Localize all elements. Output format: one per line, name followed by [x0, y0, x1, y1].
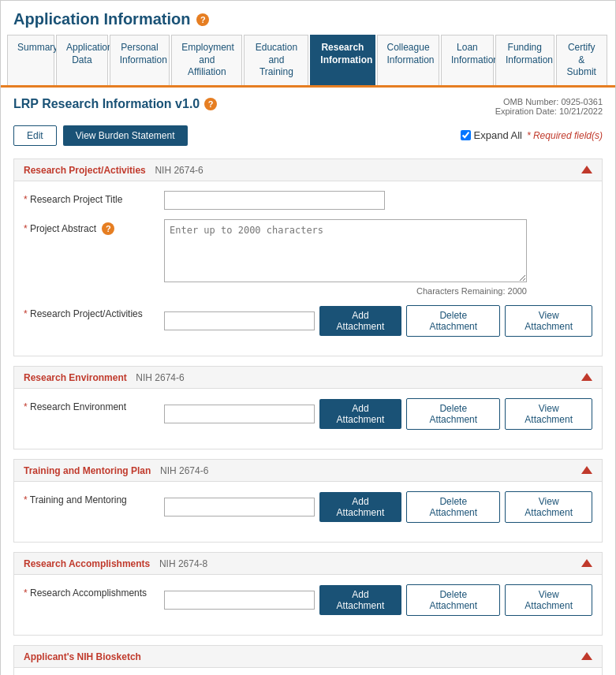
page-title: Application Information ?: [13, 10, 603, 28]
research-accomplishments-delete-button[interactable]: Delete Attachment: [406, 584, 500, 616]
section-training-mentoring: Training and Mentoring Plan NIH 2674-6 *…: [13, 459, 603, 543]
research-activities-file-input[interactable]: [164, 311, 315, 330]
research-project-title-input[interactable]: [164, 191, 385, 210]
section-nih-biosketch-collapse[interactable]: [581, 652, 592, 660]
tab-research-information[interactable]: Research Information: [310, 35, 375, 85]
research-activities-add-button[interactable]: Add Attachment: [319, 306, 401, 336]
training-mentoring-delete-button[interactable]: Delete Attachment: [406, 491, 500, 523]
section-research-accomplishments-badge: NIH 2674-8: [159, 558, 207, 569]
section-training-mentoring-collapse[interactable]: [581, 466, 592, 474]
training-mentoring-label: * Training and Mentoring: [24, 491, 158, 505]
tab-education-training[interactable]: Education and Training: [244, 35, 308, 85]
section-nih-biosketch-title: Applicant's NIH Biosketch: [24, 651, 141, 662]
research-environment-add-button[interactable]: Add Attachment: [319, 399, 401, 429]
section-research-environment-badge: NIH 2674-6: [136, 372, 184, 383]
section-research-accomplishments-title: Research Accomplishments: [24, 558, 150, 569]
section-training-mentoring-badge: NIH 2674-6: [160, 465, 208, 476]
section-research-accomplishments: Research Accomplishments NIH 2674-8 * Re…: [13, 552, 603, 636]
expand-all-label: Expand All: [474, 129, 522, 141]
research-environment-delete-button[interactable]: Delete Attachment: [406, 398, 500, 430]
research-accomplishments-view-button[interactable]: View Attachment: [505, 584, 592, 616]
tab-funding-information[interactable]: Funding Information: [495, 35, 554, 85]
research-environment-file-input[interactable]: [164, 405, 315, 423]
training-mentoring-view-button[interactable]: View Attachment: [505, 491, 592, 523]
section-research-project-collapse[interactable]: [581, 166, 592, 173]
research-activities-label: * Research Project/Activities: [24, 305, 158, 319]
section-nih-biosketch: Applicant's NIH Biosketch * NIH Biosketc…: [13, 645, 603, 675]
project-abstract-textarea[interactable]: [164, 219, 527, 282]
tab-summary[interactable]: Summary: [7, 35, 54, 85]
char-remaining-text: Characters Remaining: 2000: [164, 286, 527, 296]
research-accomplishments-label: * Research Accomplishments: [24, 584, 158, 599]
section-research-environment-collapse[interactable]: [581, 373, 592, 381]
training-mentoring-add-button[interactable]: Add Attachment: [319, 492, 401, 522]
research-environment-label: * Research Environment: [24, 398, 158, 412]
form-meta: OMB Number: 0925-0361 Expiration Date: 1…: [495, 97, 603, 116]
section-research-project-badge: NIH 2674-6: [155, 165, 203, 176]
tab-loan-information[interactable]: Loan Information: [441, 35, 494, 85]
required-fields-text: * Required field(s): [527, 130, 603, 141]
research-accomplishments-add-button[interactable]: Add Attachment: [319, 585, 401, 615]
tab-certify-submit[interactable]: Certify & Submit: [556, 35, 607, 85]
tab-application-data[interactable]: Application Data: [56, 35, 108, 85]
research-environment-view-button[interactable]: View Attachment: [505, 398, 592, 430]
training-mentoring-file-input[interactable]: [164, 498, 315, 517]
tab-employment-affiliation[interactable]: Employment and Affiliation: [171, 35, 242, 85]
section-research-accomplishments-collapse[interactable]: [581, 559, 592, 567]
research-accomplishments-file-input[interactable]: [164, 591, 315, 610]
expand-all-checkbox[interactable]: [461, 130, 471, 140]
abstract-help-icon[interactable]: ?: [102, 222, 114, 235]
form-title: LRP Research Information v1.0 ?: [13, 97, 217, 111]
section-research-project: Research Project/Activities NIH 2674-6 *…: [13, 158, 603, 356]
tab-personal-information[interactable]: Personal Information: [110, 35, 170, 85]
section-research-environment-title: Research Environment: [24, 372, 127, 383]
section-research-environment: Research Environment NIH 2674-6 * Resear…: [13, 366, 603, 449]
section-training-mentoring-title: Training and Mentoring Plan: [24, 465, 151, 476]
page-help-icon[interactable]: ?: [196, 13, 209, 26]
nav-tabs: Summary Application Data Personal Inform…: [1, 35, 615, 88]
form-help-icon[interactable]: ?: [204, 98, 217, 110]
section-research-project-title: Research Project/Activities: [24, 165, 146, 176]
view-burden-button[interactable]: View Burden Statement: [63, 125, 188, 146]
research-activities-delete-button[interactable]: Delete Attachment: [406, 305, 500, 337]
project-abstract-label: * Project Abstract ?: [24, 219, 158, 235]
research-project-title-label: * Research Project Title: [24, 191, 158, 205]
tab-colleague-information[interactable]: Colleague Information: [377, 35, 439, 85]
edit-button[interactable]: Edit: [13, 125, 57, 146]
research-activities-view-button[interactable]: View Attachment: [505, 305, 592, 337]
